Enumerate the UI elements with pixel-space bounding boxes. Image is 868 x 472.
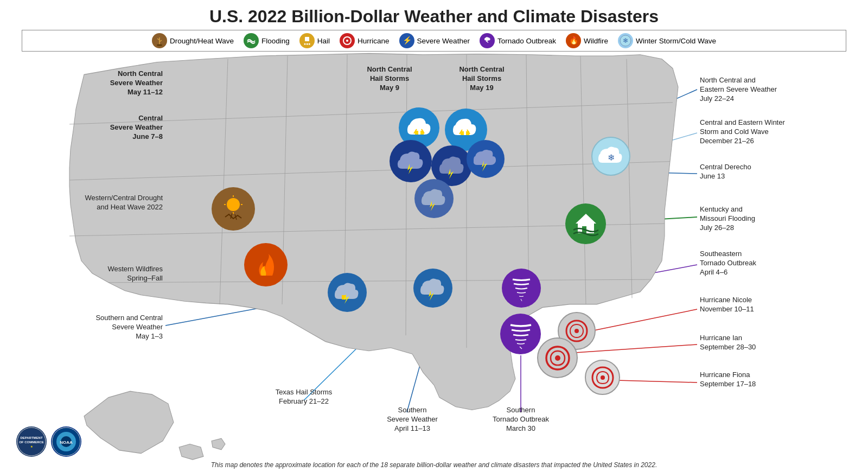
- nc-severe-label: North CentralSevere WeatherMay 11–12: [22, 69, 163, 97]
- severe1-circle: [390, 140, 432, 182]
- central-eastern-winter-label: Central and Eastern WinterStorm and Cold…: [700, 118, 852, 146]
- texas-hail-label: Texas Hail StormsFebruary 21–22: [255, 388, 353, 406]
- s-tornado-circle: [500, 314, 541, 354]
- central-derecho-label: Central DerechoJune 13: [700, 163, 852, 181]
- noaa-logo: NOAA: [51, 426, 81, 457]
- nc-eastern-severe-label: North Central andEastern Severe WeatherJ…: [700, 76, 852, 104]
- main-container: U.S. 2022 Billion-Dollar Weather and Cli…: [0, 0, 868, 472]
- noaa-logos: DEPARTMENT OF COMMERCE ★ NOAA: [16, 426, 81, 457]
- hurricane-fiona-circle: [585, 360, 620, 395]
- western-drought-label: Western/Central Droughtand Heat Wave 202…: [22, 194, 163, 212]
- wildfire-circle: [244, 243, 288, 286]
- southern-severe-label: SouthernSevere WeatherApril 11–13: [369, 406, 456, 433]
- doc-logo: DEPARTMENT OF COMMERCE ★: [16, 426, 47, 457]
- southern-tornado-label: SouthernTornado OutbreakMarch 30: [477, 406, 564, 433]
- kentucky-flooding-label: Kentucky andMissouri FloodingJuly 26–28: [700, 205, 852, 233]
- se-tornado-label: SoutheasternTornado OutbreakApril 4–6: [700, 250, 852, 277]
- severe4-circle: [467, 140, 505, 178]
- svg-text:NOAA: NOAA: [60, 440, 73, 445]
- western-wildfires-label: Western WildfiresSpring–Fall: [22, 265, 163, 283]
- hurricane-nicole-label: Hurricane NicoleNovember 10–11: [700, 296, 852, 314]
- sc-severe-label: Southern and CentralSevere WeatherMay 1–…: [22, 314, 163, 341]
- svg-point-49: [227, 198, 240, 211]
- sc-severe-circle: [328, 273, 367, 312]
- svg-text:DEPARTMENT: DEPARTMENT: [20, 436, 43, 439]
- se-tornado1-circle: [502, 269, 541, 308]
- svg-text:OF COMMERCE: OF COMMERCE: [19, 441, 44, 444]
- svg-text:❄: ❄: [608, 153, 615, 162]
- nc-hail-may19-label: North CentralHail StormsMay 19: [444, 65, 520, 93]
- central-severe-label: CentralSevere WeatherJune 7–8: [22, 114, 163, 142]
- footer-text: This map denotes the approximate locatio…: [0, 461, 868, 469]
- kentucky-flood-circle: [565, 203, 606, 244]
- hurricane-ian-circle: [537, 337, 578, 378]
- svg-marker-71: [576, 214, 596, 224]
- south-severe-circle: [413, 269, 452, 308]
- svg-point-76: [555, 355, 560, 361]
- drought-circle: [212, 187, 255, 231]
- hurricane-fiona-label: Hurricane FionaSeptember 17–18: [700, 371, 852, 389]
- nc-hail-may9-label: North CentralHail StormsMay 9: [352, 65, 427, 93]
- winter-circle: ❄: [591, 137, 630, 176]
- severe3-circle: [414, 179, 454, 218]
- hurricane-ian-label: Hurricane IanSeptember 28–30: [700, 334, 852, 352]
- svg-point-77: [601, 375, 605, 380]
- svg-point-75: [575, 329, 579, 333]
